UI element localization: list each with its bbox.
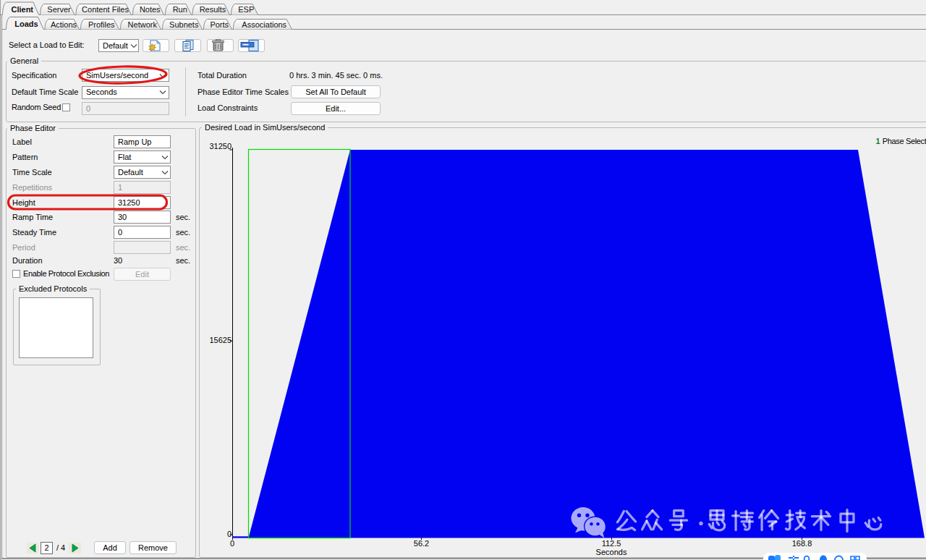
svg-text:56.2: 56.2 <box>414 539 429 548</box>
svg-text:0: 0 <box>230 539 234 548</box>
svg-text:1Phase Selected: 1Phase Selected <box>876 137 926 145</box>
svg-text:31250: 31250 <box>209 142 232 150</box>
svg-text:112.5: 112.5 <box>602 539 621 548</box>
svg-text:168.8: 168.8 <box>792 539 812 548</box>
svg-text:0: 0 <box>227 530 232 538</box>
svg-text:15625: 15625 <box>209 336 232 344</box>
svg-text:Seconds: Seconds <box>596 548 627 556</box>
